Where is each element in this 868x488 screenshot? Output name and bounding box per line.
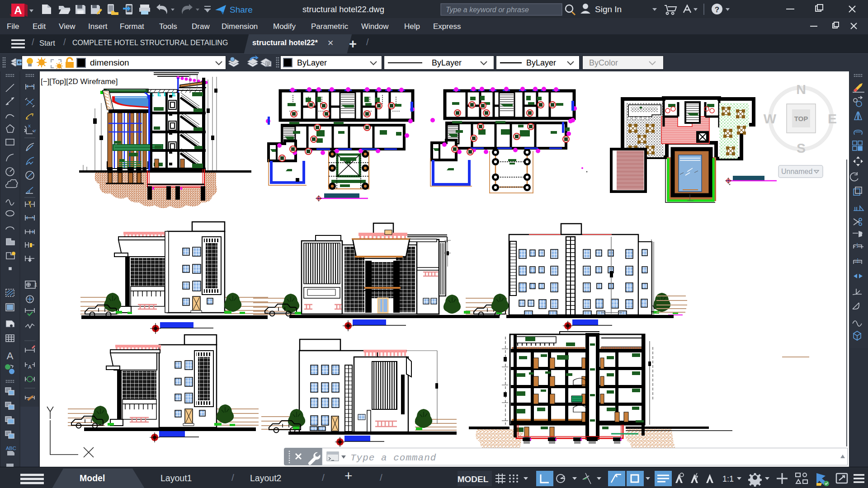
svg-text:X: X (28, 124, 31, 128)
svg-text:ByLayer: ByLayer (432, 58, 462, 67)
svg-text:MODEL: MODEL (458, 474, 489, 484)
svg-text:Type a command: Type a command (350, 453, 436, 463)
svg-text:ByLayer: ByLayer (297, 58, 327, 67)
svg-text:dimension: dimension (90, 58, 129, 67)
svg-text:?: ? (715, 5, 719, 14)
svg-text:S: S (797, 141, 806, 155)
svg-text:ABC: ABC (6, 446, 16, 451)
svg-text:ByLayer: ByLayer (526, 58, 556, 67)
svg-text:W: W (764, 111, 777, 126)
svg-text:1:1: 1:1 (722, 474, 734, 483)
svg-text:Y: Y (33, 129, 36, 133)
svg-text:A: A (14, 4, 22, 16)
svg-text:A: A (7, 350, 14, 361)
svg-text:ByColor: ByColor (589, 58, 618, 67)
svg-text:.1: .1 (33, 282, 38, 287)
svg-text:N: N (796, 82, 806, 97)
svg-text:E: E (828, 111, 837, 126)
svg-text:Share: Share (230, 5, 253, 14)
svg-text:Type a keyword or phrase: Type a keyword or phrase (446, 6, 529, 14)
svg-text:structural hotel22.dwg: structural hotel22.dwg (302, 5, 384, 14)
svg-text:A: A (28, 364, 32, 370)
svg-text:Unnamed: Unnamed (781, 168, 812, 175)
svg-text:TOP: TOP (794, 115, 808, 122)
svg-text:[−][Top][2D Wireframe]: [−][Top][2D Wireframe] (41, 77, 118, 86)
svg-text:Sign In: Sign In (595, 5, 622, 14)
